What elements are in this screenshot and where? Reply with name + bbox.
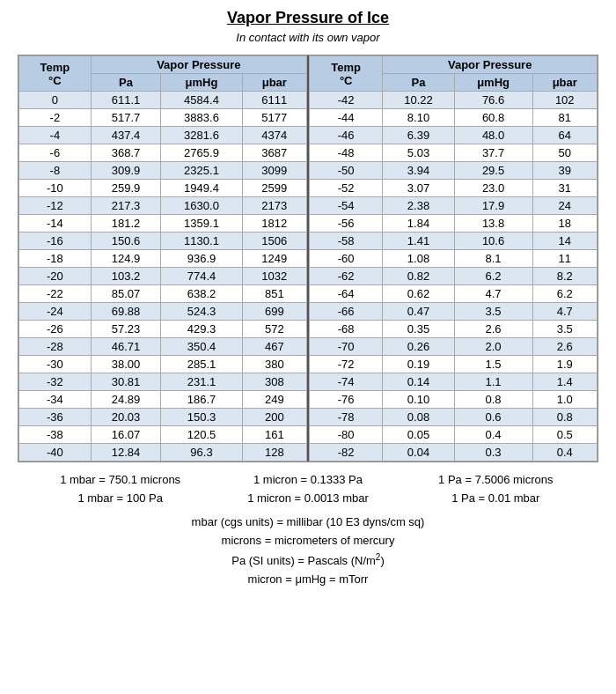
table-row: -448.1060.881 (310, 109, 598, 127)
table-row: -3230.81231.1308 (19, 373, 307, 391)
conversion-item: 1 Pa = 0.01 mbar (402, 491, 590, 505)
table-row: -503.9429.539 (310, 162, 598, 180)
table-row: -16150.61130.11506 (19, 233, 307, 250)
table-row: -620.826.28.2 (310, 268, 598, 285)
table-row: -4437.43281.64374 (19, 127, 307, 144)
table-row: -2846.71350.4467 (19, 338, 307, 356)
table-row: -720.191.51.9 (310, 356, 598, 373)
table-row: -4012.8496.3128 (19, 444, 307, 461)
table-row: -740.141.11.4 (310, 373, 598, 391)
table-row: -800.050.40.5 (310, 426, 598, 444)
note-line: Pa (SI units) = Pascals (N/m2) (18, 550, 598, 571)
conversion-row: 1 mbar = 100 Pa1 micron = 0.0013 mbar1 P… (18, 491, 598, 505)
conversion-item: 1 Pa = 7.5006 microns (402, 473, 590, 486)
table-row: -2285.07638.2851 (19, 285, 307, 303)
page-subtitle: In contact with its own vapor (18, 31, 598, 44)
table-row: -780.080.60.8 (310, 409, 598, 426)
table-row: -581.4110.614 (310, 233, 598, 250)
table-row: -6368.72765.93687 (19, 144, 307, 162)
conversion-item: 1 mbar = 750.1 microns (26, 473, 214, 486)
table-row: -4210.2276.6102 (310, 92, 598, 109)
table-row: -542.3817.924 (310, 197, 598, 215)
table-row: -14181.21359.11812 (19, 215, 307, 233)
conversion-item: 1 micron = 0.0013 mbar (214, 491, 401, 505)
table-row: -20103.2774.41032 (19, 268, 307, 285)
table-row: -760.100.81.0 (310, 391, 598, 409)
table-row: -640.624.76.2 (310, 285, 598, 303)
table-row: -12217.31630.02173 (19, 197, 307, 215)
table-row: -601.088.111 (310, 250, 598, 268)
table-row: -680.352.63.5 (310, 321, 598, 338)
table-row: -820.040.30.4 (310, 444, 598, 461)
table-row: 0611.14584.46111 (19, 92, 307, 109)
note-line: mbar (cgs units) = millibar (10 E3 dyns/… (18, 513, 598, 532)
table-row: -10259.91949.42599 (19, 180, 307, 197)
page-title: Vapor Pressure of Ice (18, 9, 598, 27)
main-tables: Temp °CVapor PressurePaμmHgμbar0611.1458… (18, 55, 598, 462)
notes-section: mbar (cgs units) = millibar (10 E3 dyns/… (18, 513, 598, 589)
left-data-table: Temp °CVapor PressurePaμmHgμbar0611.1458… (18, 55, 307, 461)
table-row: -3424.89186.7249 (19, 391, 307, 409)
table-row: -18124.9936.91249 (19, 250, 307, 268)
table-row: -466.3948.064 (310, 127, 598, 144)
table-row: -3620.03150.3200 (19, 409, 307, 426)
table-row: -561.8413.818 (310, 215, 598, 233)
table-row: -485.0337.750 (310, 144, 598, 162)
right-data-table: Temp °CVapor PressurePaμmHgμbar-4210.227… (309, 55, 598, 461)
conversion-item: 1 micron = 0.1333 Pa (214, 473, 401, 486)
conversions-section: 1 mbar = 750.1 microns1 micron = 0.1333 … (18, 473, 598, 505)
conversion-row: 1 mbar = 750.1 microns1 micron = 0.1333 … (18, 473, 598, 486)
note-line: microns = micrometers of mercury (18, 532, 598, 550)
conversion-item: 1 mbar = 100 Pa (26, 491, 214, 505)
table-row: -660.473.54.7 (310, 303, 598, 321)
note-line: micron = μmHg = mTorr (18, 571, 598, 589)
table-row: -523.0723.031 (310, 180, 598, 197)
table-row: -3038.00285.1380 (19, 356, 307, 373)
table-row: -2657.23429.3572 (19, 321, 307, 338)
table-row: -3816.07120.5161 (19, 426, 307, 444)
table-row: -700.262.02.6 (310, 338, 598, 356)
table-row: -2469.88524.3699 (19, 303, 307, 321)
table-row: -8309.92325.13099 (19, 162, 307, 180)
table-row: -2517.73883.65177 (19, 109, 307, 127)
